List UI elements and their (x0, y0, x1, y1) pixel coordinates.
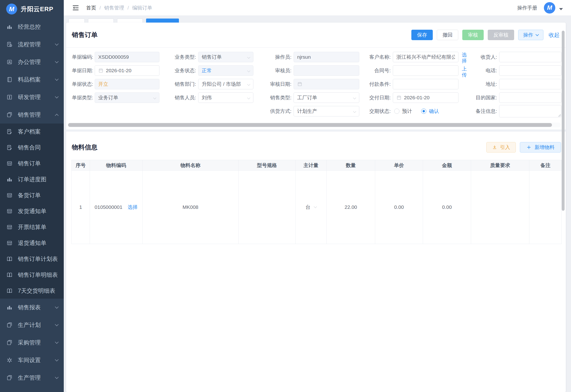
cell-unit-price[interactable]: 0.00 (375, 171, 423, 244)
vertical-scrollbar[interactable] (561, 25, 565, 389)
horizontal-scrollbar-thumb[interactable] (68, 123, 552, 127)
sidebar-item-material-archives[interactable]: 料品档案 (0, 71, 64, 88)
doc-edit-icon (6, 128, 13, 135)
doc-code-input[interactable]: XSDD000059 (95, 52, 159, 62)
doc-status-input[interactable]: 开立 (95, 79, 159, 89)
breadcrumb-separator: / (99, 5, 101, 11)
chevron-down-icon (247, 56, 250, 59)
actions-dropdown-button[interactable]: 操作 (518, 30, 543, 40)
cell-model-spec[interactable] (239, 171, 296, 244)
sidebar-item-workshop-settings[interactable]: 车间设置 (0, 351, 64, 369)
doc-type-select[interactable]: 业务订单 (95, 92, 159, 103)
operator-input[interactable]: njrsun (294, 52, 359, 62)
horizontal-scrollbar[interactable] (68, 123, 561, 127)
pages-icon (6, 322, 13, 328)
collapse-link[interactable]: 收起 (549, 31, 560, 39)
audit-button[interactable]: 审核 (462, 30, 484, 40)
sales-order-panel: 销售订单 保存 撤回 审核 反审核 操作 收起 单据编码: XSDD000059… (66, 23, 566, 392)
col-quantity: 数量 (327, 160, 375, 171)
manual-link[interactable]: 操作手册 (517, 4, 537, 11)
breadcrumb-section[interactable]: 销售管理 (104, 4, 124, 11)
col-material-name: 物料名称 (143, 160, 239, 171)
sidebar-item-sales-order-plan-report[interactable]: 销售订单计划表 (0, 251, 64, 267)
sidebar-item-process-mgmt[interactable]: 流程管理 (0, 36, 64, 53)
sidebar-item-dashboard[interactable]: 经营总控 (0, 18, 64, 36)
doc-code-field: 单据编码: XSDD000059 (72, 52, 159, 62)
vertical-scrollbar-thumb[interactable] (562, 31, 565, 211)
sidebar-item-purchase-mgmt[interactable]: 采购管理 (0, 334, 64, 351)
sidebar-item-customer-archives[interactable]: 客户档案 (0, 124, 64, 140)
save-button[interactable]: 保存 (411, 30, 433, 40)
audit-date-input[interactable] (294, 79, 359, 89)
sidebar-item-sales-report[interactable]: 销售报表 (0, 299, 64, 316)
app-title: 升阳云ERP (21, 5, 53, 13)
download-icon (492, 145, 497, 150)
sidebar-item-rd-mgmt[interactable]: 研发管理 (0, 88, 64, 106)
unaudit-button[interactable]: 反审核 (488, 30, 514, 40)
doc-date-input[interactable]: 2026-01-20 (95, 65, 159, 76)
sales-person-select[interactable]: 刘伟 (198, 92, 253, 103)
sidebar-item-processing-workshop[interactable]: 加工车间 (0, 387, 64, 392)
biz-type-select[interactable]: 销售订单 (198, 52, 253, 62)
breadcrumb-current: 编辑订单 (132, 4, 152, 11)
cell-index: 1 (72, 171, 90, 244)
auditor-input[interactable] (294, 65, 359, 76)
dest-country-input[interactable] (499, 92, 561, 103)
radio-circle-icon (394, 109, 399, 114)
caret-down-icon[interactable] (559, 8, 563, 10)
bar-chart-icon (6, 24, 13, 30)
contract-no-input[interactable] (393, 65, 458, 76)
withdraw-button[interactable]: 撤回 (437, 30, 458, 40)
delivery-date-input[interactable]: 2026-01-20 (393, 92, 458, 103)
plus-icon (526, 145, 531, 150)
unit-select[interactable]: 台 (296, 204, 326, 210)
form-column-2: 业务类型: 销售订单 业务状态: 正常 销售部门: 升 (159, 52, 253, 123)
sidebar-item-invoice-settlement[interactable]: 开票结算单 (0, 219, 64, 235)
logo-icon: M (6, 4, 17, 14)
supply-mode-field: 供货方式: 计划生产 (253, 106, 359, 116)
cell-material-name[interactable]: MK008 (143, 171, 239, 244)
sidebar-item-shipping-notice[interactable]: 发货通知单 (0, 203, 64, 219)
sidebar-item-sales-mgmt[interactable]: 销售管理 (0, 106, 64, 124)
payment-terms-input[interactable] (393, 79, 458, 89)
sidebar-item-stock-order[interactable]: 备货订单 (0, 187, 64, 203)
sidebar-item-office-mgmt[interactable]: 办公管理 (0, 53, 64, 71)
section-divider (66, 129, 566, 132)
sidebar-item-return-notice[interactable]: 退货通知单 (0, 235, 64, 251)
add-material-button[interactable]: 新增物料 (520, 142, 561, 153)
material-select-link[interactable]: 选择 (128, 204, 137, 210)
sidebar-item-sales-order[interactable]: 销售订单 (0, 155, 64, 171)
sidebar-item-7day-delivery-report[interactable]: 7天交货明细表 (0, 283, 64, 299)
import-button[interactable]: 引入 (486, 142, 516, 153)
address-input[interactable] (499, 79, 561, 89)
open-book-icon (6, 272, 13, 278)
sidebar-item-sales-contract[interactable]: 销售合同 (0, 140, 64, 155)
sidebar-item-sales-order-detail-report[interactable]: 销售订单明细表 (0, 267, 64, 283)
chevron-down-icon (55, 95, 59, 98)
sales-dept-select[interactable]: 升阳公司 / 市场部 (198, 79, 253, 89)
sales-type-select[interactable]: 工厂订单 (294, 92, 359, 103)
customer-select-link[interactable]: 选择 (462, 52, 467, 64)
order-form: 单据编码: XSDD000059 单据日期: 2026-01-20 单据状态: … (66, 47, 566, 123)
remark-textarea[interactable] (499, 105, 561, 117)
payment-terms-field: 付款条件: (359, 79, 458, 89)
sidebar-item-production-plan[interactable]: 生产计划 (0, 316, 64, 334)
customer-links: 选择 上传 (462, 52, 468, 78)
supply-mode-select[interactable]: 计划生产 (294, 106, 359, 116)
customer-upload-link[interactable]: 上传 (462, 66, 467, 78)
cell-quantity[interactable]: 22.00 (327, 171, 375, 244)
cell-remark[interactable] (529, 171, 562, 244)
chevron-up-icon (55, 113, 59, 117)
breadcrumb-home[interactable]: 首页 (86, 4, 96, 11)
sidebar-collapse-icon[interactable] (72, 4, 79, 12)
sidebar-item-order-progress-chart[interactable]: 订单进度图 (0, 171, 64, 187)
radio-estimate[interactable]: 预计 (394, 108, 412, 114)
biz-status-select[interactable]: 正常 (198, 65, 253, 76)
radio-confirm[interactable]: 确认 (421, 108, 439, 114)
phone-input[interactable] (499, 65, 561, 76)
sidebar-item-production-mgmt[interactable]: 生产管理 (0, 369, 64, 387)
cell-quality[interactable] (471, 171, 529, 244)
consignee-input[interactable] (499, 52, 561, 62)
customer-input[interactable]: 浙江裕兴不动产经纪有限公司 (393, 52, 458, 62)
avatar[interactable]: M (544, 2, 555, 14)
